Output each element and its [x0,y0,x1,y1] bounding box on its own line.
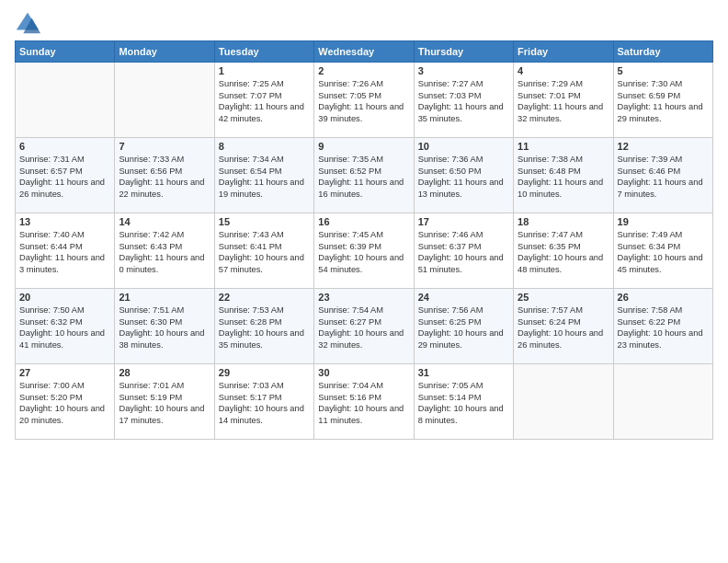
page-container: SundayMondayTuesdayWednesdayThursdayFrid… [0,0,728,447]
column-header-saturday: Saturday [613,41,712,63]
day-info: Sunrise: 7:46 AMSunset: 6:37 PMDaylight:… [418,229,509,275]
day-number: 18 [518,216,609,227]
day-number: 23 [318,292,409,303]
day-cell: 8Sunrise: 7:34 AMSunset: 6:54 PMDaylight… [214,138,313,213]
day-info: Sunrise: 7:43 AMSunset: 6:41 PMDaylight:… [219,229,310,275]
day-cell: 2Sunrise: 7:26 AMSunset: 7:05 PMDaylight… [314,63,414,138]
day-cell: 10Sunrise: 7:36 AMSunset: 6:50 PMDayligh… [414,138,513,213]
day-number: 16 [318,216,409,227]
calendar-table: SundayMondayTuesdayWednesdayThursdayFrid… [15,40,713,440]
day-info: Sunrise: 7:04 AMSunset: 5:16 PMDaylight:… [318,380,409,426]
day-number: 25 [518,292,609,303]
logo [15,11,42,37]
day-number: 11 [518,141,609,152]
day-number: 31 [418,367,509,378]
header-row [15,11,713,37]
day-info: Sunrise: 7:39 AMSunset: 6:46 PMDaylight:… [618,154,709,200]
day-number: 24 [418,292,509,303]
day-cell: 4Sunrise: 7:29 AMSunset: 7:01 PMDaylight… [514,63,613,138]
day-info: Sunrise: 7:05 AMSunset: 5:14 PMDaylight:… [418,380,509,426]
day-number: 29 [219,367,310,378]
day-info: Sunrise: 7:26 AMSunset: 7:05 PMDaylight:… [318,78,409,124]
day-info: Sunrise: 7:57 AMSunset: 6:24 PMDaylight:… [518,304,609,350]
day-cell: 19Sunrise: 7:49 AMSunset: 6:34 PMDayligh… [613,213,712,289]
day-cell: 11Sunrise: 7:38 AMSunset: 6:48 PMDayligh… [514,138,613,213]
day-number: 2 [318,65,409,76]
day-cell: 15Sunrise: 7:43 AMSunset: 6:41 PMDayligh… [214,213,313,289]
column-header-wednesday: Wednesday [314,41,414,63]
day-info: Sunrise: 7:00 AMSunset: 5:20 PMDaylight:… [19,380,110,426]
day-number: 28 [119,367,210,378]
day-number: 20 [19,292,110,303]
column-header-tuesday: Tuesday [214,41,313,63]
day-cell: 13Sunrise: 7:40 AMSunset: 6:44 PMDayligh… [16,213,115,289]
day-info: Sunrise: 7:01 AMSunset: 5:19 PMDaylight:… [119,380,210,426]
day-cell: 3Sunrise: 7:27 AMSunset: 7:03 PMDaylight… [414,63,513,138]
day-number: 17 [418,216,509,227]
day-cell [16,63,115,138]
day-info: Sunrise: 7:58 AMSunset: 6:22 PMDaylight:… [618,304,709,350]
day-cell: 1Sunrise: 7:25 AMSunset: 7:07 PMDaylight… [214,63,313,138]
day-number: 22 [219,292,310,303]
day-info: Sunrise: 7:56 AMSunset: 6:25 PMDaylight:… [418,304,509,350]
day-info: Sunrise: 7:50 AMSunset: 6:32 PMDaylight:… [19,304,110,350]
day-cell: 23Sunrise: 7:54 AMSunset: 6:27 PMDayligh… [314,289,414,364]
day-cell: 7Sunrise: 7:33 AMSunset: 6:56 PMDaylight… [115,138,214,213]
day-cell: 20Sunrise: 7:50 AMSunset: 6:32 PMDayligh… [16,289,115,364]
day-info: Sunrise: 7:42 AMSunset: 6:43 PMDaylight:… [119,229,210,275]
week-row-4: 20Sunrise: 7:50 AMSunset: 6:32 PMDayligh… [16,289,713,364]
day-cell: 12Sunrise: 7:39 AMSunset: 6:46 PMDayligh… [613,138,712,213]
day-number: 6 [19,141,110,152]
day-number: 21 [119,292,210,303]
day-cell [115,63,214,138]
day-number: 10 [418,141,509,152]
day-info: Sunrise: 7:54 AMSunset: 6:27 PMDaylight:… [318,304,409,350]
day-info: Sunrise: 7:40 AMSunset: 6:44 PMDaylight:… [19,229,110,275]
day-cell: 26Sunrise: 7:58 AMSunset: 6:22 PMDayligh… [613,289,712,364]
day-cell: 9Sunrise: 7:35 AMSunset: 6:52 PMDaylight… [314,138,414,213]
day-number: 13 [19,216,110,227]
day-info: Sunrise: 7:53 AMSunset: 6:28 PMDaylight:… [219,304,310,350]
day-number: 9 [318,141,409,152]
day-info: Sunrise: 7:34 AMSunset: 6:54 PMDaylight:… [219,154,310,200]
day-cell: 22Sunrise: 7:53 AMSunset: 6:28 PMDayligh… [214,289,313,364]
day-number: 14 [119,216,210,227]
day-cell: 28Sunrise: 7:01 AMSunset: 5:19 PMDayligh… [115,364,214,440]
day-cell: 5Sunrise: 7:30 AMSunset: 6:59 PMDaylight… [613,63,712,138]
day-info: Sunrise: 7:33 AMSunset: 6:56 PMDaylight:… [119,154,210,200]
day-cell: 27Sunrise: 7:00 AMSunset: 5:20 PMDayligh… [16,364,115,440]
day-info: Sunrise: 7:03 AMSunset: 5:17 PMDaylight:… [219,380,310,426]
day-number: 30 [318,367,409,378]
header-row-days: SundayMondayTuesdayWednesdayThursdayFrid… [16,41,713,63]
day-number: 7 [119,141,210,152]
day-cell: 17Sunrise: 7:46 AMSunset: 6:37 PMDayligh… [414,213,513,289]
day-cell: 31Sunrise: 7:05 AMSunset: 5:14 PMDayligh… [414,364,513,440]
day-cell: 6Sunrise: 7:31 AMSunset: 6:57 PMDaylight… [16,138,115,213]
day-cell: 24Sunrise: 7:56 AMSunset: 6:25 PMDayligh… [414,289,513,364]
day-info: Sunrise: 7:45 AMSunset: 6:39 PMDaylight:… [318,229,409,275]
day-cell: 25Sunrise: 7:57 AMSunset: 6:24 PMDayligh… [514,289,613,364]
day-info: Sunrise: 7:51 AMSunset: 6:30 PMDaylight:… [119,304,210,350]
day-cell: 21Sunrise: 7:51 AMSunset: 6:30 PMDayligh… [115,289,214,364]
day-cell [613,364,712,440]
day-info: Sunrise: 7:35 AMSunset: 6:52 PMDaylight:… [318,154,409,200]
day-info: Sunrise: 7:49 AMSunset: 6:34 PMDaylight:… [618,229,709,275]
day-number: 26 [618,292,709,303]
day-info: Sunrise: 7:29 AMSunset: 7:01 PMDaylight:… [518,78,609,124]
column-header-thursday: Thursday [414,41,513,63]
day-info: Sunrise: 7:31 AMSunset: 6:57 PMDaylight:… [19,154,110,200]
day-number: 4 [518,65,609,76]
day-cell: 18Sunrise: 7:47 AMSunset: 6:35 PMDayligh… [514,213,613,289]
day-number: 5 [618,65,709,76]
column-header-friday: Friday [514,41,613,63]
day-number: 8 [219,141,310,152]
column-header-monday: Monday [115,41,214,63]
day-info: Sunrise: 7:38 AMSunset: 6:48 PMDaylight:… [518,154,609,200]
column-header-sunday: Sunday [16,41,115,63]
week-row-5: 27Sunrise: 7:00 AMSunset: 5:20 PMDayligh… [16,364,713,440]
day-info: Sunrise: 7:47 AMSunset: 6:35 PMDaylight:… [518,229,609,275]
day-cell: 29Sunrise: 7:03 AMSunset: 5:17 PMDayligh… [214,364,313,440]
logo-icon [15,11,40,37]
day-number: 15 [219,216,310,227]
day-info: Sunrise: 7:27 AMSunset: 7:03 PMDaylight:… [418,78,509,124]
